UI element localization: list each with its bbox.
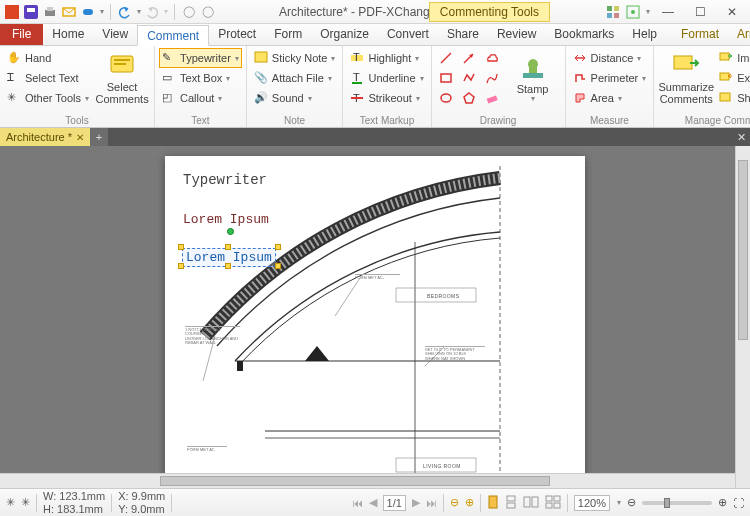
export-icon	[719, 71, 734, 86]
nav-fwd-icon[interactable]: ◯	[200, 4, 216, 20]
fullscreen-icon[interactable]: ⛶	[733, 497, 744, 509]
distance-tool[interactable]: Distance▾	[570, 48, 650, 68]
resize-handle[interactable]	[225, 244, 231, 250]
layout-continuous-icon[interactable]	[505, 495, 517, 511]
stamp-button[interactable]: Stamp▾	[505, 48, 561, 110]
close-all-button[interactable]: ✕	[732, 128, 750, 146]
oval-tool[interactable]	[436, 88, 457, 108]
options-tool-icon[interactable]: ✳	[21, 496, 30, 509]
annotation-lorem-1[interactable]: Lorem Ipsum	[183, 212, 269, 227]
document-tab[interactable]: Architecture * ✕	[0, 128, 90, 146]
maximize-button[interactable]: ☐	[686, 3, 714, 21]
resize-handle[interactable]	[178, 263, 184, 269]
tab-arrange[interactable]: Arrange	[728, 24, 750, 45]
resize-handle[interactable]	[275, 263, 281, 269]
other-tools[interactable]: ✳Other Tools▾	[4, 88, 92, 108]
redo-drop-icon[interactable]: ▾	[164, 7, 168, 16]
pencil-tool[interactable]	[482, 68, 503, 88]
layout-cont-facing-icon[interactable]	[545, 495, 561, 511]
print-icon[interactable]	[42, 4, 58, 20]
perimeter-tool[interactable]: Perimeter▾	[570, 68, 650, 88]
undo-drop-icon[interactable]: ▾	[137, 7, 141, 16]
page-prev-icon[interactable]: ◀	[369, 496, 377, 509]
zoom-slider[interactable]	[642, 501, 712, 505]
close-button[interactable]: ✕	[718, 3, 746, 21]
qa-dropdown-icon[interactable]: ▾	[100, 7, 104, 16]
export-button[interactable]: Export	[716, 68, 750, 88]
add-tab-button[interactable]: +	[90, 128, 108, 146]
page-number-field[interactable]: 1/1	[383, 495, 406, 511]
ui-icon[interactable]	[625, 4, 641, 20]
arrow-tool[interactable]	[459, 48, 480, 68]
tab-bookmarks[interactable]: Bookmarks	[545, 24, 623, 45]
vertical-scrollbar[interactable]	[735, 146, 750, 488]
scan-icon[interactable]	[80, 4, 96, 20]
document-canvas[interactable]: Typewriter Lorem Ipsum Lorem Ipsum BEDRO…	[0, 146, 750, 488]
redo-icon[interactable]	[144, 4, 160, 20]
sound-tool[interactable]: 🔊Sound▾	[251, 88, 339, 108]
zoom-out-icon[interactable]: ⊖	[627, 496, 636, 509]
zoom-in-circle-icon[interactable]: ⊕	[465, 496, 474, 509]
zoom-in-icon[interactable]: ⊕	[718, 496, 727, 509]
line-tool[interactable]	[436, 48, 457, 68]
commenting-tools-context-tab[interactable]: Commenting Tools	[429, 2, 550, 22]
polyline-tool[interactable]	[459, 68, 480, 88]
zoom-out-circle-icon[interactable]: ⊖	[450, 496, 459, 509]
minimize-button[interactable]: —	[654, 3, 682, 21]
tab-comment[interactable]: Comment	[137, 25, 209, 46]
underline-tool[interactable]: TUnderline▾	[347, 68, 426, 88]
undo-icon[interactable]	[117, 4, 133, 20]
page-first-icon[interactable]: ⏮	[352, 497, 363, 509]
tab-convert[interactable]: Convert	[378, 24, 438, 45]
area-tool[interactable]: Area▾	[570, 88, 650, 108]
select-comments-button[interactable]: Select Comments	[94, 48, 150, 110]
summarize-button[interactable]: Summarize Comments	[658, 48, 714, 110]
tab-format[interactable]: Format	[672, 24, 728, 45]
hand-tool[interactable]: ✋Hand	[4, 48, 92, 68]
rect-tool[interactable]	[436, 68, 457, 88]
tab-protect[interactable]: Protect	[209, 24, 265, 45]
launch-icon[interactable]	[605, 4, 621, 20]
callout-tool[interactable]: ◰Callout▾	[159, 88, 242, 108]
attach-file-tool[interactable]: 📎Attach File▾	[251, 68, 339, 88]
resize-handle[interactable]	[178, 244, 184, 250]
eraser-tool[interactable]	[482, 88, 503, 108]
zoom-select[interactable]: 120%	[574, 495, 610, 511]
strikeout-tool[interactable]: TStrikeout▾	[347, 88, 426, 108]
select-text-tool[interactable]: ᏆSelect Text	[4, 68, 92, 88]
import-button[interactable]: Import	[716, 48, 750, 68]
email-icon[interactable]	[61, 4, 77, 20]
save-icon[interactable]	[23, 4, 39, 20]
svg-point-29	[441, 94, 451, 102]
cloud-tool[interactable]	[482, 48, 503, 68]
tab-review[interactable]: Review	[488, 24, 545, 45]
polygon-tool[interactable]	[459, 88, 480, 108]
rotate-handle[interactable]	[227, 228, 234, 235]
tab-help[interactable]: Help	[623, 24, 666, 45]
document-tab-close[interactable]: ✕	[76, 132, 84, 143]
gear-icon: ✳	[7, 91, 22, 106]
textbox-tool[interactable]: ▭Text Box▾	[159, 68, 242, 88]
zoom-drop-icon[interactable]: ▾	[617, 498, 621, 507]
horizontal-scrollbar[interactable]	[0, 473, 735, 488]
resize-handle[interactable]	[275, 244, 281, 250]
page-next-icon[interactable]: ▶	[412, 496, 420, 509]
tab-view[interactable]: View	[93, 24, 137, 45]
ui-drop-icon[interactable]: ▾	[646, 7, 650, 16]
svg-rect-2	[27, 8, 35, 12]
options-gear-icon[interactable]: ✳	[6, 496, 15, 509]
layout-single-icon[interactable]	[487, 495, 499, 511]
file-menu[interactable]: File	[0, 24, 43, 45]
resize-handle[interactable]	[225, 263, 231, 269]
sticky-note-tool[interactable]: Sticky Note▾	[251, 48, 339, 68]
highlight-tool[interactable]: THighlight▾	[347, 48, 426, 68]
tab-share[interactable]: Share	[438, 24, 488, 45]
tab-organize[interactable]: Organize	[311, 24, 378, 45]
nav-back-icon[interactable]: ◯	[181, 4, 197, 20]
layout-facing-icon[interactable]	[523, 495, 539, 511]
typewriter-tool[interactable]: ✎Typewriter▾	[159, 48, 242, 68]
tab-home[interactable]: Home	[43, 24, 93, 45]
show-button[interactable]: Show▾	[716, 88, 750, 108]
page-last-icon[interactable]: ⏭	[426, 497, 437, 509]
tab-form[interactable]: Form	[265, 24, 311, 45]
